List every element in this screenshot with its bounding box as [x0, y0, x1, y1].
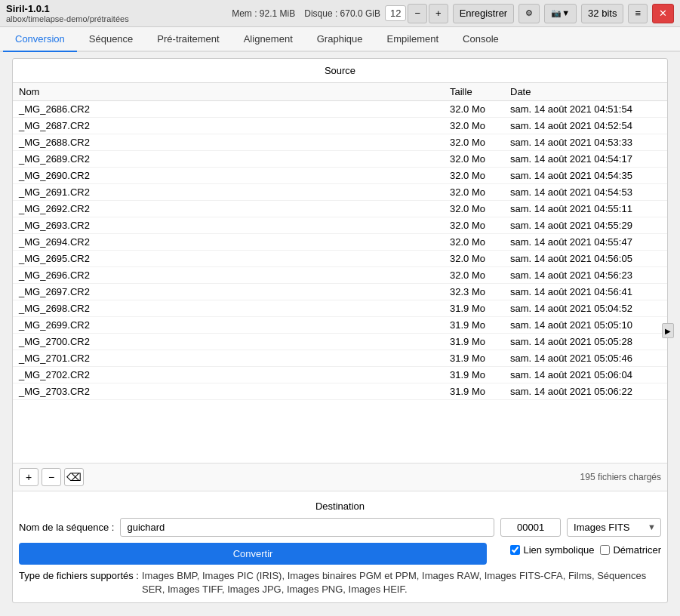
- file-date: sam. 14 août 2021 05:06:04: [510, 369, 661, 380]
- main-panel: Source Nom Taille Date _MG_2686.CR2 32.0…: [12, 58, 668, 603]
- counter-plus-button[interactable]: +: [429, 4, 448, 23]
- file-actions: + − ⌫ 195 fichiers chargés: [13, 463, 667, 491]
- tab-pretraitement[interactable]: Pré-traitement: [145, 27, 231, 52]
- counter-value: 12: [385, 5, 406, 21]
- table-row[interactable]: _MG_2687.CR2 32.0 Mo sam. 14 août 2021 0…: [13, 118, 667, 134]
- file-list-container: Nom Taille Date _MG_2686.CR2 32.0 Mo sam…: [13, 83, 667, 463]
- destination-section: Destination Nom de la séquence : Images …: [13, 491, 667, 602]
- file-size: 32.0 Mo: [450, 153, 510, 165]
- file-date: sam. 14 août 2021 04:56:41: [510, 286, 661, 297]
- file-size: 32.0 Mo: [450, 236, 510, 248]
- counter-display: 12 − +: [385, 4, 448, 23]
- table-row[interactable]: _MG_2699.CR2 31.9 Mo sam. 14 août 2021 0…: [13, 317, 667, 334]
- format-select[interactable]: Images FITS Images TIFF Images JPG Image…: [568, 519, 643, 536]
- file-date: sam. 14 août 2021 04:54:53: [510, 186, 661, 198]
- tab-graphique[interactable]: Graphique: [305, 27, 375, 52]
- options-area: Lien symbolique Dématricer: [510, 543, 661, 556]
- enregistrer-button[interactable]: Enregistrer: [453, 4, 515, 23]
- file-date: sam. 14 août 2021 04:56:05: [510, 253, 661, 264]
- supported-types-label: Type de fichiers supportés :: [19, 569, 139, 581]
- lien-symbolique-checkbox[interactable]: [510, 545, 520, 555]
- table-row[interactable]: _MG_2692.CR2 32.0 Mo sam. 14 août 2021 0…: [13, 201, 667, 217]
- table-row[interactable]: _MG_2689.CR2 32.0 Mo sam. 14 août 2021 0…: [13, 151, 667, 168]
- file-size: 31.9 Mo: [450, 336, 510, 347]
- tab-sequence[interactable]: Séquence: [77, 27, 146, 52]
- scroll-right-arrow[interactable]: ▶: [662, 323, 674, 338]
- file-size: 32.0 Mo: [450, 120, 510, 131]
- file-date: sam. 14 août 2021 04:51:54: [510, 103, 661, 115]
- file-size: 32.0 Mo: [450, 220, 510, 231]
- titlebar: Siril-1.0.1 albox/timelapse-demo/prétrai…: [0, 0, 680, 27]
- supported-types-row: Type de fichiers supportés : Images BMP,…: [19, 569, 661, 596]
- table-row[interactable]: _MG_2698.CR2 31.9 Mo sam. 14 août 2021 0…: [13, 300, 667, 317]
- convert-button[interactable]: Convertir: [19, 543, 487, 565]
- file-name: _MG_2691.CR2: [19, 186, 450, 198]
- bits-button[interactable]: 32 bits: [581, 4, 623, 23]
- file-name: _MG_2687.CR2: [19, 120, 450, 131]
- start-number-input[interactable]: [500, 518, 561, 537]
- file-name: _MG_2693.CR2: [19, 220, 450, 231]
- table-row[interactable]: _MG_2694.CR2 32.0 Mo sam. 14 août 2021 0…: [13, 234, 667, 251]
- file-date: sam. 14 août 2021 05:06:22: [510, 386, 661, 397]
- file-name: _MG_2692.CR2: [19, 203, 450, 214]
- clear-files-button[interactable]: ⌫: [64, 468, 84, 486]
- table-row[interactable]: _MG_2697.CR2 32.3 Mo sam. 14 août 2021 0…: [13, 284, 667, 300]
- table-row[interactable]: _MG_2701.CR2 31.9 Mo sam. 14 août 2021 0…: [13, 350, 667, 367]
- lien-symbolique-label: Lien symbolique: [523, 544, 594, 556]
- chevron-down-icon: ▼: [643, 522, 660, 531]
- table-row[interactable]: _MG_2702.CR2 31.9 Mo sam. 14 août 2021 0…: [13, 367, 667, 383]
- col-date: Date: [510, 86, 661, 97]
- dematricer-checkbox[interactable]: [600, 545, 610, 555]
- tab-conversion[interactable]: Conversion: [3, 27, 77, 52]
- destination-header: Destination: [19, 497, 661, 518]
- table-row[interactable]: _MG_2690.CR2 32.0 Mo sam. 14 août 2021 0…: [13, 168, 667, 184]
- sequence-label: Nom de la séquence :: [19, 522, 114, 533]
- app-path: albox/timelapse-demo/prétraitées: [6, 14, 129, 23]
- file-size: 32.0 Mo: [450, 186, 510, 198]
- file-name: _MG_2699.CR2: [19, 319, 450, 331]
- table-row[interactable]: _MG_2700.CR2 31.9 Mo sam. 14 août 2021 0…: [13, 334, 667, 350]
- format-select-container[interactable]: Images FITS Images TIFF Images JPG Image…: [567, 518, 661, 537]
- table-row[interactable]: _MG_2691.CR2 32.0 Mo sam. 14 août 2021 0…: [13, 184, 667, 201]
- file-date: sam. 14 août 2021 04:55:11: [510, 203, 661, 214]
- table-row[interactable]: _MG_2693.CR2 32.0 Mo sam. 14 août 2021 0…: [13, 217, 667, 234]
- file-list-scroll[interactable]: _MG_2686.CR2 32.0 Mo sam. 14 août 2021 0…: [13, 101, 667, 463]
- remove-file-button[interactable]: −: [42, 468, 61, 486]
- table-row[interactable]: _MG_2696.CR2 32.0 Mo sam. 14 août 2021 0…: [13, 267, 667, 284]
- file-size: 31.9 Mo: [450, 386, 510, 397]
- col-size: Taille: [450, 86, 510, 97]
- file-date: sam. 14 août 2021 05:04:52: [510, 303, 661, 314]
- table-row[interactable]: _MG_2686.CR2 32.0 Mo sam. 14 août 2021 0…: [13, 101, 667, 118]
- file-name: _MG_2703.CR2: [19, 386, 450, 397]
- destination-row1: Nom de la séquence : Images FITS Images …: [19, 518, 661, 537]
- file-date: sam. 14 août 2021 04:56:23: [510, 270, 661, 281]
- dematricer-checkbox-label[interactable]: Dématricer: [600, 544, 661, 556]
- file-size: 31.9 Mo: [450, 353, 510, 364]
- icon-button-2[interactable]: 📷▼: [544, 4, 577, 23]
- close-button[interactable]: ✕: [652, 4, 674, 23]
- icon-button-1[interactable]: ⚙: [518, 4, 540, 23]
- disk-label: Disque : 670.0 GiB: [304, 8, 380, 19]
- file-size: 32.0 Mo: [450, 270, 510, 281]
- file-size: 32.0 Mo: [450, 253, 510, 264]
- sequence-name-input[interactable]: [120, 518, 494, 537]
- file-date: sam. 14 août 2021 04:55:47: [510, 236, 661, 248]
- file-name: _MG_2696.CR2: [19, 270, 450, 281]
- lien-symbolique-checkbox-label[interactable]: Lien symbolique: [510, 544, 594, 556]
- file-name: _MG_2686.CR2: [19, 103, 450, 115]
- table-row[interactable]: _MG_2688.CR2 32.0 Mo sam. 14 août 2021 0…: [13, 134, 667, 151]
- titlebar-left: Siril-1.0.1 albox/timelapse-demo/prétrai…: [6, 0, 129, 26]
- menu-button[interactable]: ≡: [628, 4, 648, 23]
- table-row[interactable]: _MG_2703.CR2 31.9 Mo sam. 14 août 2021 0…: [13, 383, 667, 400]
- file-date: sam. 14 août 2021 04:52:54: [510, 120, 661, 131]
- table-row[interactable]: _MG_2695.CR2 32.0 Mo sam. 14 août 2021 0…: [13, 251, 667, 267]
- file-size: 31.9 Mo: [450, 319, 510, 331]
- convert-btn-wrapper: Convertir: [19, 543, 504, 565]
- counter-minus-button[interactable]: −: [408, 4, 427, 23]
- tab-empilement[interactable]: Empilement: [374, 27, 451, 52]
- tab-alignement[interactable]: Alignement: [232, 27, 305, 52]
- destination-row2: Convertir Lien symbolique Dématricer: [19, 543, 661, 565]
- add-file-button[interactable]: +: [19, 468, 38, 486]
- tab-console[interactable]: Console: [451, 27, 511, 52]
- file-name: _MG_2700.CR2: [19, 336, 450, 347]
